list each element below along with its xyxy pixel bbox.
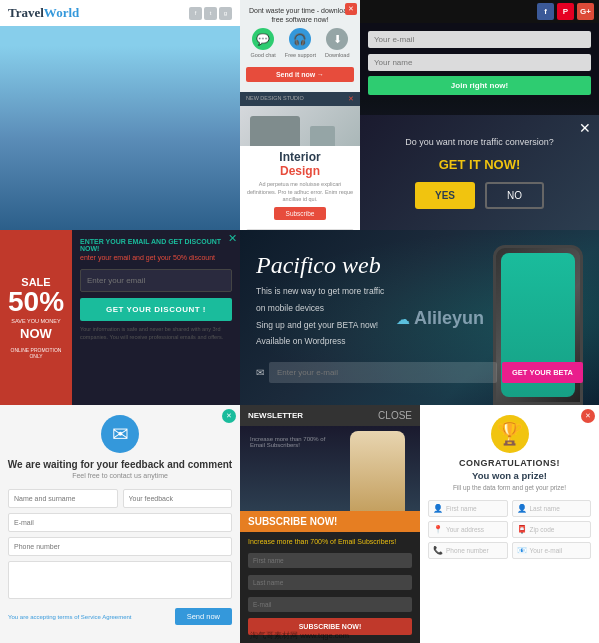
email-icon: 📧: [517, 546, 527, 555]
congrats-lastname-input[interactable]: 👤 Last name: [512, 500, 592, 517]
interior-close-button[interactable]: ✕: [348, 95, 354, 103]
feedback-footer: You are accepting terms of Service Agree…: [0, 608, 240, 625]
pinterest-social-icon[interactable]: P: [557, 3, 574, 20]
pacifico-title: Pacifico web: [256, 252, 583, 279]
traffic-highlight: GET IT NOW!: [439, 157, 521, 172]
alileyun-area: ☁ Alileyun: [396, 307, 484, 328]
software-close-button[interactable]: ✕: [345, 3, 357, 15]
social-email-input[interactable]: [368, 31, 591, 48]
feedback-email-input[interactable]: [8, 513, 232, 532]
twitter-icon[interactable]: t: [204, 7, 217, 20]
congrats-address-input[interactable]: 📍 Your address: [428, 521, 508, 538]
traffic-close-button[interactable]: ✕: [579, 120, 591, 136]
chat-label: Good chat: [250, 52, 275, 58]
feedback-textarea[interactable]: [8, 561, 232, 599]
pacifico-form: ✉ GET YOUR BETA: [256, 362, 583, 383]
googleplus-social-icon[interactable]: G+: [577, 3, 594, 20]
pacifico-panel: Pacifico web This is new way to get more…: [240, 230, 599, 405]
feedback-phone-input[interactable]: [8, 537, 232, 556]
social-form: Join right now!: [360, 23, 599, 100]
feedback-name-input[interactable]: [8, 489, 118, 508]
download-label: Download: [325, 52, 349, 58]
chat-circle-icon: 💬: [252, 28, 274, 50]
alileyun-text: Alileyun: [414, 307, 484, 327]
traffic-buttons: YES NO: [415, 182, 544, 209]
pacifico-desc4: Available on Wordpress: [256, 335, 583, 349]
sale-discount-button[interactable]: GET YOUR DISCOUNT !: [80, 298, 232, 321]
interior-panel: NEW DESIGN STUDIO ✕ Interior Design Ad p…: [240, 92, 360, 230]
software-download-button[interactable]: Send it now →: [246, 67, 354, 82]
pacifico-email-input[interactable]: [269, 362, 497, 383]
subscribe-image-area: Increase more than 700% ofEmail Subscrib…: [240, 426, 420, 511]
feedback-send-button[interactable]: Send now: [175, 608, 232, 625]
subscribe-person-shape: [350, 431, 405, 511]
congrats-phone-input[interactable]: 📞 Phone number: [428, 542, 508, 559]
sale-close-button[interactable]: ✕: [228, 233, 237, 244]
social-join-button[interactable]: Join right now!: [368, 76, 591, 95]
pacifico-desc1: This is new way to get more traffic: [256, 285, 583, 299]
support-circle-icon: 🎧: [289, 28, 311, 50]
congrats-panel: ✕ 🏆 CONGRATULATIONS! You won a prize! Fi…: [420, 405, 599, 643]
interior-content: Interior Design Ad perpetua me noluisse …: [240, 146, 360, 230]
sale-subtext: enter your email and get your 50% discou…: [80, 254, 232, 261]
traffic-no-button[interactable]: NO: [485, 182, 544, 209]
congrats-close-button[interactable]: ✕: [581, 409, 595, 423]
feedback-close-button[interactable]: ✕: [222, 409, 236, 423]
sale-promo-label: ONLINE PROMOTION ONLY: [5, 347, 67, 359]
subscribe-overlay-text: Increase more than 700% ofEmail Subscrib…: [250, 436, 325, 448]
facebook-social-icon[interactable]: f: [537, 3, 554, 20]
traffic-yes-button[interactable]: YES: [415, 182, 475, 209]
cloud-icon: ☁: [396, 310, 410, 326]
interior-image-area: [240, 106, 360, 146]
feedback-name-row: [8, 489, 232, 508]
traffic-panel: ✕ Do you want more traffic conversion? G…: [360, 115, 599, 230]
page-container: TravelWorld f t g THIS OFFER IS VALID FO…: [0, 0, 599, 643]
feedback-icon: ✉: [101, 415, 139, 453]
congrats-zip-input[interactable]: 📮 Zip code: [512, 521, 592, 538]
googleplus-icon[interactable]: g: [219, 7, 232, 20]
subscribe-email-input[interactable]: [248, 597, 412, 612]
sale-percent: 50%: [8, 288, 64, 316]
subscribe-header-title: NEWSLETTER: [248, 411, 303, 420]
subscribe-firstname-input[interactable]: [248, 553, 412, 568]
software-download-icon: ⬇ Download: [325, 28, 349, 58]
feedback-feedback-input[interactable]: [123, 489, 233, 508]
facebook-icon[interactable]: f: [189, 7, 202, 20]
service-agreement-link[interactable]: Service Agreement: [81, 614, 132, 620]
subscribe-title-bar: SUBSCRIBE NOW!: [240, 511, 420, 532]
sale-email-input[interactable]: [80, 269, 232, 292]
congrats-won-text: You won a prize!: [420, 470, 599, 481]
person-icon: 👤: [433, 504, 443, 513]
congrats-title: CONGRATULATIONS!: [420, 458, 599, 468]
feedback-panel: ✕ ✉ We are waiting for your feedback and…: [0, 405, 240, 643]
software-support-icon: 🎧 Free support: [285, 28, 316, 58]
travel-social-row: f t g: [189, 7, 232, 20]
sale-footer-text: Your information is safe and never be sh…: [80, 326, 232, 341]
feedback-form: [0, 489, 240, 556]
congrats-firstname-input[interactable]: 👤 First name: [428, 500, 508, 517]
feedback-phone-row: [8, 537, 232, 556]
software-panel: Dont waste your time - download free sof…: [240, 0, 360, 92]
subscribe-panel: NEWSLETTER CLOSE Increase more than 700%…: [240, 405, 420, 643]
pacifico-email-icon: ✉: [256, 367, 264, 378]
sale-panel: SALE 50% SAVE YOU MONEY NOW ONLINE PROMO…: [0, 230, 240, 405]
subscribe-form-area: Increase more than 700% of Email Subscri…: [240, 532, 420, 641]
congrats-description: Fill up the data form and get your prize…: [420, 483, 599, 492]
location-icon: 📍: [433, 525, 443, 534]
download-circle-icon: ⬇: [326, 28, 348, 50]
interior-studio-label: NEW DESIGN STUDIO: [246, 95, 304, 103]
congrats-row-3: 📞 Phone number 📧 Your e-mail: [428, 542, 591, 559]
feedback-email-row: [8, 513, 232, 532]
pacifico-beta-button[interactable]: GET YOUR BETA: [502, 362, 583, 383]
subscribe-lastname-input[interactable]: [248, 575, 412, 590]
feedback-terms: You are accepting terms of Service Agree…: [8, 614, 132, 620]
congrats-row-1: 👤 First name 👤 Last name: [428, 500, 591, 517]
sale-save-label: SAVE YOU MONEY: [11, 318, 60, 324]
support-label: Free support: [285, 52, 316, 58]
interior-description: Ad perpetua me noluisse explicari defini…: [246, 181, 354, 204]
subscribe-close-button[interactable]: CLOSE: [378, 410, 412, 421]
congrats-email-input[interactable]: 📧 Your e-mail: [512, 542, 592, 559]
social-name-input[interactable]: [368, 54, 591, 71]
interior-subscribe-button[interactable]: Subscribe: [274, 207, 327, 220]
zip-icon: 📮: [517, 525, 527, 534]
